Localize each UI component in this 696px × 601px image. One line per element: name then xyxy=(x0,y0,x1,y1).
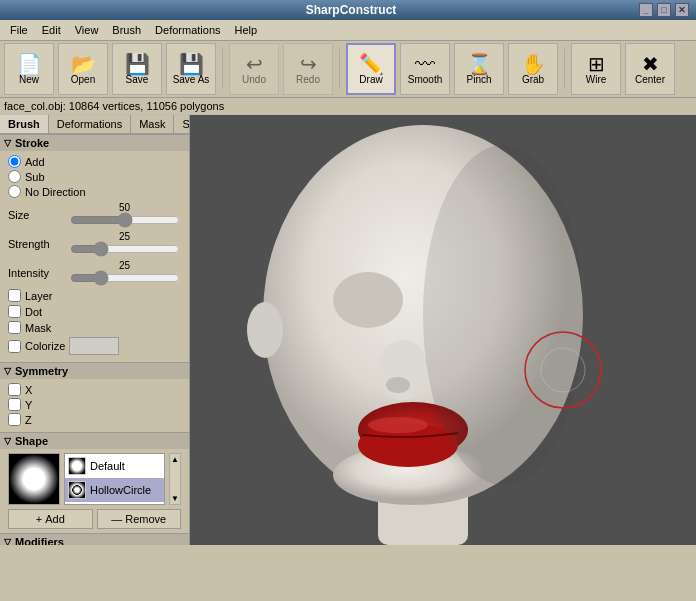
tab-mask[interactable]: Mask xyxy=(131,115,174,133)
toolbar: 📄 New 📂 Open 💾 Save 💾 Save As ↩ Undo ↪ R… xyxy=(0,41,696,98)
symmetry-arrow: ▽ xyxy=(4,366,11,376)
pinch-label: Pinch xyxy=(466,74,491,85)
sym-y-row: Y xyxy=(8,398,181,411)
redo-label: Redo xyxy=(296,74,320,85)
window-title: SharpConstruct xyxy=(306,3,397,17)
open-label: Open xyxy=(71,74,95,85)
shape-list: Default HollowCircle xyxy=(64,453,165,505)
center-label: Center xyxy=(635,74,665,85)
strength-slider[interactable] xyxy=(70,242,180,256)
saveas-button[interactable]: 💾 Save As xyxy=(166,43,216,95)
close-button[interactable]: ✕ xyxy=(675,3,689,17)
grab-button[interactable]: ✋ Grab xyxy=(508,43,558,95)
scroll-up-arrow[interactable]: ▲ xyxy=(171,455,179,464)
tab-deformations[interactable]: Deformations xyxy=(49,115,131,133)
shape-row: Default HollowCircle ▲ ▼ xyxy=(8,453,181,505)
undo-label: Undo xyxy=(242,74,266,85)
new-label: New xyxy=(19,74,39,85)
maximize-button[interactable]: □ xyxy=(657,3,671,17)
menu-deformations[interactable]: Deformations xyxy=(149,22,226,38)
save-icon: 💾 xyxy=(125,54,150,74)
save-button[interactable]: 💾 Save xyxy=(112,43,162,95)
tab-settings[interactable]: Settings xyxy=(174,115,190,133)
mask-label: Mask xyxy=(25,322,51,334)
shape-title: Shape xyxy=(15,435,48,447)
eye-socket-left xyxy=(333,272,403,328)
center-button[interactable]: ✖ Center xyxy=(625,43,675,95)
new-button[interactable]: 📄 New xyxy=(4,43,54,95)
symmetry-title: Symmetry xyxy=(15,365,68,377)
shape-section-header[interactable]: ▽ Shape xyxy=(0,432,189,449)
undo-icon: ↩ xyxy=(246,54,263,74)
modifiers-section-header[interactable]: ▽ Modifiers xyxy=(0,533,189,545)
saveas-label: Save As xyxy=(173,74,210,85)
radio-add[interactable]: Add xyxy=(8,155,181,168)
center-icon: ✖ xyxy=(642,54,659,74)
lips-highlight xyxy=(368,417,428,433)
titlebar-controls[interactable]: _ □ ✕ xyxy=(639,3,693,17)
intensity-slider[interactable] xyxy=(70,271,180,285)
sym-z-checkbox[interactable] xyxy=(8,413,21,426)
color-swatch[interactable] xyxy=(69,337,119,355)
saveas-icon: 💾 xyxy=(179,54,204,74)
remove-label: Remove xyxy=(125,513,166,525)
symmetry-section-header[interactable]: ▽ Symmetry xyxy=(0,362,189,379)
sym-y-label: Y xyxy=(25,399,32,411)
scroll-down-arrow[interactable]: ▼ xyxy=(171,494,179,503)
sym-z-label: Z xyxy=(25,414,32,426)
smooth-button[interactable]: 〰 Smooth xyxy=(400,43,450,95)
shape-thumb-default xyxy=(68,457,86,475)
menu-file[interactable]: File xyxy=(4,22,34,38)
sym-x-label: X xyxy=(25,384,32,396)
stroke-section: ▽ Stroke Add Sub No Direction xyxy=(0,134,189,362)
layer-checkbox[interactable] xyxy=(8,289,21,302)
shape-content: Default HollowCircle ▲ ▼ xyxy=(0,449,189,533)
mask-row: Mask xyxy=(8,321,181,334)
draw-button[interactable]: ✏️ Draw xyxy=(346,43,396,95)
wire-button[interactable]: ⊞ Wire xyxy=(571,43,621,95)
layer-row: Layer xyxy=(8,289,181,302)
undo-button[interactable]: ↩ Undo xyxy=(229,43,279,95)
colorize-checkbox[interactable] xyxy=(8,340,21,353)
modifiers-section: ▽ Modifiers Enable Curve xyxy=(0,533,189,545)
radio-sub[interactable]: Sub xyxy=(8,170,181,183)
add-shape-button[interactable]: + Add xyxy=(8,509,93,529)
menu-help[interactable]: Help xyxy=(229,22,264,38)
sym-x-row: X xyxy=(8,383,181,396)
menu-view[interactable]: View xyxy=(69,22,105,38)
open-button[interactable]: 📂 Open xyxy=(58,43,108,95)
draw-icon: ✏️ xyxy=(359,54,384,74)
size-label: Size xyxy=(8,209,68,221)
minimize-button[interactable]: _ xyxy=(639,3,653,17)
menu-brush[interactable]: Brush xyxy=(106,22,147,38)
shape-item-default[interactable]: Default xyxy=(65,454,164,478)
shape-preview-large xyxy=(8,453,60,505)
sym-y-checkbox[interactable] xyxy=(8,398,21,411)
shape-section: ▽ Shape Default HollowCircle xyxy=(0,432,189,533)
size-slider-container: 50 xyxy=(68,202,181,227)
shape-scrollbar[interactable]: ▲ ▼ xyxy=(169,453,181,505)
grab-icon: ✋ xyxy=(521,54,546,74)
dot-checkbox[interactable] xyxy=(8,305,21,318)
viewport[interactable] xyxy=(190,115,696,545)
new-icon: 📄 xyxy=(17,54,42,74)
dot-row: Dot xyxy=(8,305,181,318)
menu-edit[interactable]: Edit xyxy=(36,22,67,38)
radio-nodirection[interactable]: No Direction xyxy=(8,185,181,198)
redo-button[interactable]: ↪ Redo xyxy=(283,43,333,95)
size-slider[interactable] xyxy=(70,213,180,227)
intensity-slider-container: 25 xyxy=(68,260,181,285)
add-label: Add xyxy=(45,513,65,525)
mask-checkbox[interactable] xyxy=(8,321,21,334)
pinch-button[interactable]: ⌛ Pinch xyxy=(454,43,504,95)
pinch-icon: ⌛ xyxy=(467,54,492,74)
stroke-section-header[interactable]: ▽ Stroke xyxy=(0,134,189,151)
sym-x-checkbox[interactable] xyxy=(8,383,21,396)
add-icon: + xyxy=(36,513,42,525)
smooth-label: Smooth xyxy=(408,74,442,85)
shape-item-hollowcircle[interactable]: HollowCircle xyxy=(65,478,164,502)
shape-label-default: Default xyxy=(90,460,125,472)
tab-brush[interactable]: Brush xyxy=(0,115,49,133)
remove-shape-button[interactable]: — Remove xyxy=(97,509,182,529)
layer-label: Layer xyxy=(25,290,53,302)
